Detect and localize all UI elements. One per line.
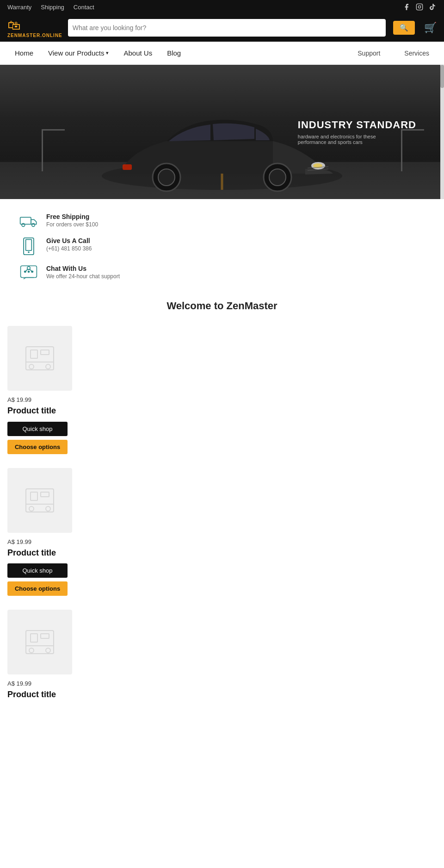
product-price-3: A$ 19.99 [7,680,437,687]
logo-icon: 🛍 [7,18,20,33]
list-item: A$ 19.99 Product title Quick shop Choose… [7,326,437,454]
list-item: A$ 19.99 Product title [7,610,437,700]
svg-point-10 [269,169,286,186]
feature-desc-call: (+61) 481 850 386 [46,245,92,252]
product-price-1: A$ 19.99 [7,396,437,403]
svg-point-1 [418,6,420,8]
top-bar: Warranty Shipping Contact [0,0,444,14]
feature-text-shipping: Free Shipping For orders over $100 [46,213,98,228]
product-price-2: A$ 19.99 [7,538,437,545]
nav-services[interactable]: Services [397,42,437,64]
svg-rect-24 [26,347,54,370]
svg-rect-17 [26,239,32,250]
cart-icon[interactable]: 🛒 [424,22,437,34]
nav-support[interactable]: Support [350,42,388,64]
shipping-icon [18,213,39,228]
svg-rect-30 [26,489,54,512]
feature-text-call: Give Us A Call (+61) 481 850 386 [46,237,92,252]
list-item: A$ 19.99 Product title Quick shop Choose… [7,468,437,596]
product-title-1: Product title [7,406,437,416]
svg-point-40 [29,648,34,653]
nav-home[interactable]: Home [7,42,41,64]
product-image-1 [7,326,72,391]
feature-chat: Chat With Us We offer 24-hour chat suppo… [18,265,426,281]
product-card: A$ 19.99 Product title Quick shop Choose… [7,468,437,596]
product-list: A$ 19.99 Product title Quick shop Choose… [0,326,444,723]
product-title-2: Product title [7,548,437,558]
scrollbar-thumb[interactable] [440,65,444,88]
quick-shop-button-2[interactable]: Quick shop [7,563,68,578]
car-silhouette [92,104,352,197]
svg-point-18 [28,251,30,253]
shipping-link[interactable]: Shipping [41,4,64,11]
features-section: Free Shipping For orders over $100 Give … [0,199,444,286]
scrollbar-track[interactable] [440,65,444,199]
header: 🛍 ZENMASTER.ONLINE 🔍 🛒 [0,14,444,42]
svg-rect-37 [31,634,37,642]
svg-point-34 [29,506,34,511]
search-bar [68,19,386,37]
svg-rect-36 [26,631,54,654]
svg-point-21 [28,270,30,273]
social-icons [402,3,437,11]
welcome-heading: Welcome to ZenMaster [7,300,437,312]
feature-free-shipping: Free Shipping For orders over $100 [18,213,426,228]
feature-call: Give Us A Call (+61) 481 850 386 [18,237,426,256]
feature-title-chat: Chat With Us [46,265,120,272]
warranty-link[interactable]: Warranty [7,4,31,11]
svg-rect-13 [20,217,31,224]
facebook-icon[interactable] [402,3,411,11]
tiktok-icon[interactable] [428,3,437,11]
product-image-2 [7,468,72,533]
svg-point-29 [46,364,50,369]
hero-text-overlay: INDUSTRY STANDARD hardware and electroni… [298,119,416,145]
product-title-3: Product title [7,690,437,700]
choose-options-button-2[interactable]: Choose options [7,581,68,596]
nav-about[interactable]: About Us [116,42,160,64]
logo-text: ZENMASTER.ONLINE [7,33,62,38]
logo-area[interactable]: 🛍 ZENMASTER.ONLINE [7,18,62,38]
product-image-3 [7,610,72,674]
chevron-down-icon: ▾ [106,50,109,56]
search-button[interactable]: 🔍 [393,21,415,35]
welcome-section: Welcome to ZenMaster [0,286,444,326]
svg-point-2 [421,5,421,6]
product-image-placeholder [21,624,58,661]
svg-point-41 [46,648,50,653]
product-actions-1: Quick shop Choose options [7,419,437,454]
svg-rect-32 [41,492,49,497]
product-card: A$ 19.99 Product title [7,610,437,700]
quick-shop-button-1[interactable]: Quick shop [7,422,68,436]
choose-options-button-1[interactable]: Choose options [7,440,68,454]
svg-rect-31 [31,492,37,500]
nav-left: Home View our Products ▾ About Us Blog [7,42,188,64]
svg-point-8 [158,169,175,186]
svg-rect-38 [41,634,49,638]
svg-rect-6 [123,164,132,170]
feature-desc-shipping: For orders over $100 [46,221,98,228]
svg-point-35 [46,506,50,511]
main-nav: Home View our Products ▾ About Us Blog S… [0,42,444,65]
hero-title: INDUSTRY STANDARD [298,119,416,131]
svg-rect-25 [31,350,37,358]
hero-banner: INDUSTRY STANDARD hardware and electroni… [0,65,444,199]
chat-icon [18,265,39,281]
svg-point-28 [29,364,34,369]
product-image-placeholder [21,340,58,377]
nav-products[interactable]: View our Products ▾ [41,42,116,64]
nav-right: Support Services [350,42,437,64]
svg-rect-0 [416,4,422,10]
contact-link[interactable]: Contact [74,4,94,11]
nav-blog[interactable]: Blog [160,42,188,64]
search-input[interactable] [73,24,381,31]
product-image-placeholder [21,482,58,519]
feature-title-call: Give Us A Call [46,237,92,244]
feature-desc-chat: We offer 24-hour chat support [46,273,120,280]
svg-point-23 [27,267,30,269]
instagram-icon[interactable] [415,3,424,11]
hero-subtitle: hardware and electronics for these perfo… [298,134,400,145]
call-icon [18,237,39,256]
svg-rect-26 [41,350,49,355]
feature-title-shipping: Free Shipping [46,213,98,220]
product-actions-2: Quick shop Choose options [7,561,437,596]
